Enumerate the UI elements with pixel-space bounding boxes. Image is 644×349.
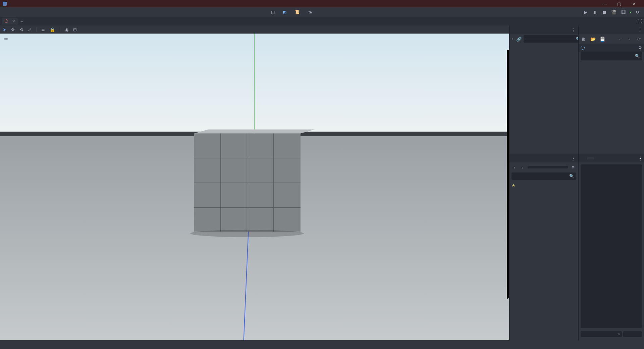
tab-import[interactable] [587, 157, 594, 159]
link-node-button[interactable]: 🔗 [516, 36, 522, 42]
filesystem-tree[interactable]: ★ [509, 181, 578, 190]
maximize-button[interactable]: ▢ [612, 1, 627, 6]
import-panel-menu-icon[interactable]: ⋮ [638, 156, 643, 161]
scene-tabs-bar: ✕ + ⛶ [0, 17, 644, 26]
mode-3d-button[interactable]: ◩ [281, 9, 290, 15]
play-button[interactable]: ▶ [583, 9, 589, 15]
inspector-tools-icon[interactable]: ⚙ [638, 45, 642, 50]
inspector-save-icon[interactable]: 💾 [599, 36, 605, 42]
inspector-load-icon[interactable]: 📂 [590, 36, 596, 42]
fs-favorites-row[interactable]: ★ [509, 182, 578, 189]
perspective-badge[interactable] [4, 38, 8, 40]
world-environment-icon [581, 46, 585, 50]
inspector-panel-header: ⋮ [579, 26, 644, 34]
snap-tool-icon[interactable]: ⊞ [73, 27, 77, 32]
scene-panel-menu-icon[interactable]: ⋮ [571, 28, 576, 33]
play-custom-button[interactable]: 🎞 [620, 9, 626, 15]
inspector-history-fwd-icon[interactable]: › [627, 36, 633, 42]
play-scene-button[interactable]: 🎬 [611, 9, 617, 15]
mode-script-button[interactable]: 📜 [292, 9, 303, 15]
fs-search-input[interactable]: 🔍 [512, 172, 576, 180]
mode-2d-button[interactable]: ◫ [269, 9, 278, 15]
menu-bar: ◫ ◩ 📜 🛍 ▶ ⏸ ⏹ 🎬 🎞 ▾ ⟳ [0, 7, 644, 17]
fs-view-mode-icon[interactable]: ≡ [570, 164, 576, 170]
tab-node[interactable] [580, 157, 587, 159]
filesystem-panel-header: ⋮ [509, 154, 578, 162]
window-titlebar: — ▢ ✕ [0, 0, 644, 7]
inspector-new-icon[interactable]: 🗎 [581, 36, 587, 42]
star-icon: ★ [512, 183, 516, 188]
viewport-3d[interactable] [0, 34, 509, 340]
godot-logo-icon [3, 2, 7, 6]
fs-forward-button[interactable]: › [520, 164, 526, 170]
settings-icon[interactable]: ⟳ [635, 9, 641, 15]
inspector-panel-menu-icon[interactable]: ⋮ [637, 28, 641, 33]
svg-point-13 [190, 230, 304, 237]
scene-panel-header: ⋮ [509, 26, 578, 34]
local-tool-icon[interactable]: ◉ [65, 27, 68, 32]
fs-back-button[interactable]: ‹ [512, 164, 518, 170]
renderer-selector[interactable]: ▾ [630, 10, 631, 14]
move-tool-icon[interactable]: ✥ [11, 27, 15, 32]
list-tool-icon[interactable]: ≣ [41, 27, 45, 32]
minimize-button[interactable]: — [597, 1, 612, 6]
scale-tool-icon[interactable]: ⤢ [28, 27, 32, 32]
filesystem-panel-menu-icon[interactable]: ⋮ [571, 156, 576, 161]
rotate-tool-icon[interactable]: ⟲ [19, 27, 23, 32]
close-button[interactable]: ✕ [627, 1, 641, 6]
svg-marker-6 [194, 130, 315, 134]
viewport-toolbar: ➤ ✥ ⟲ ⤢ ≣ 🔒 ◉ ⊞ [0, 26, 509, 34]
scene-tree[interactable] [509, 44, 578, 46]
preset-button[interactable] [623, 331, 642, 337]
filter-nodes-input[interactable]: 🔍 [524, 35, 583, 43]
search-icon: 🔍 [569, 174, 574, 179]
lock-tool-icon[interactable]: 🔒 [50, 27, 55, 32]
fs-path-field[interactable] [528, 166, 568, 168]
pause-button[interactable]: ⏸ [592, 9, 598, 15]
select-tool-icon[interactable]: ➤ [3, 27, 6, 32]
close-tab-icon[interactable]: ✕ [12, 19, 15, 23]
new-tab-button[interactable]: + [20, 18, 23, 24]
scene-tab-main[interactable]: ✕ [2, 18, 18, 24]
search-icon: 🔍 [635, 54, 640, 58]
inspector-refresh-icon[interactable]: ⟳ [636, 36, 642, 42]
import-file-field [581, 164, 642, 328]
import-as-dropdown[interactable]: ▾ [581, 331, 622, 337]
distraction-free-button[interactable]: ⛶ [637, 18, 642, 24]
spatial-icon [5, 19, 8, 23]
mode-assetlib-button[interactable]: 🛍 [306, 9, 315, 15]
bottom-panel-tabs [0, 340, 644, 349]
inspector-filter-input[interactable]: 🔍 [581, 52, 642, 60]
inspector-history-back-icon[interactable]: ‹ [617, 36, 623, 42]
import-tabs: ⋮ [579, 154, 644, 162]
inspector-object-row[interactable]: ⚙ [579, 44, 644, 52]
add-node-button[interactable]: + [512, 36, 514, 42]
stop-button[interactable]: ⏹ [601, 9, 607, 15]
